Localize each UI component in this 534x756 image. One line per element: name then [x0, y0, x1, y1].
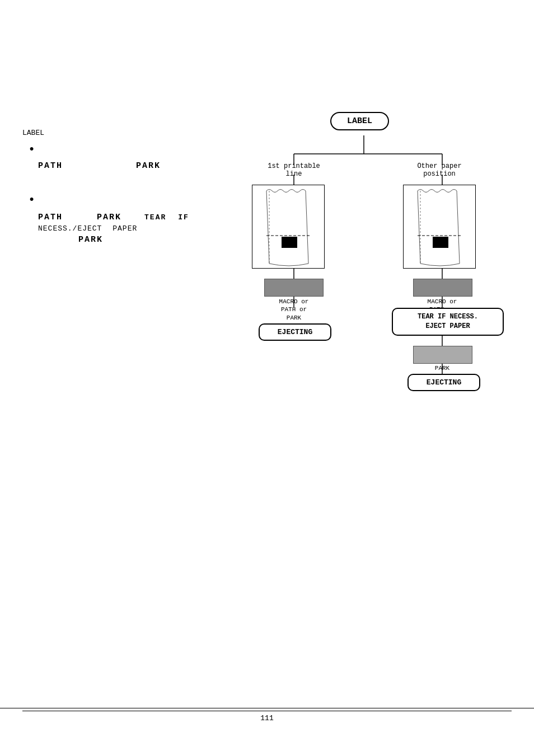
- path-park-line-2: PATH PARK TEAR IF: [38, 213, 235, 222]
- necess-line: NECESS./EJECT PAPER: [38, 224, 235, 233]
- ejecting-2-text: EJECTING: [427, 378, 461, 387]
- paper-box-1st: [252, 185, 325, 269]
- paper-label: PAPER: [113, 224, 137, 233]
- label-box: LABEL: [330, 112, 389, 130]
- branch-right-text: Other paper position: [417, 162, 461, 178]
- park-indicator-text: PARK: [414, 365, 470, 372]
- sub-label-1st: 1st printable line: [263, 162, 325, 178]
- bullet-1: •: [28, 143, 35, 157]
- park-label-2: PARK: [97, 213, 121, 222]
- macro-text-1: MACRO orPATH orPARK: [249, 298, 339, 322]
- park-text: PARK: [435, 365, 449, 372]
- ejecting-1-text: EJECTING: [278, 328, 312, 336]
- svg-rect-17: [433, 237, 448, 248]
- page-footer: 111: [0, 708, 534, 722]
- park-label-1: PARK: [136, 161, 161, 171]
- park-bottom-line: PARK: [78, 235, 235, 245]
- paper-visual-1: [252, 185, 325, 269]
- macro-indicator-1: [264, 279, 324, 297]
- paper-visual-2: [404, 185, 476, 269]
- label-heading: LABEL: [22, 129, 235, 137]
- necess-label: NECESS./EJECT: [38, 224, 102, 233]
- if-label: IF: [178, 213, 189, 222]
- svg-rect-14: [282, 237, 297, 248]
- path-label-2: PATH: [38, 213, 63, 222]
- sub-label-other: Other paper position: [403, 162, 476, 178]
- paper-box-other: [403, 185, 476, 269]
- path-park-line-1: PATH PARK: [38, 161, 235, 171]
- page-number: 111: [260, 714, 273, 722]
- label-box-text: LABEL: [347, 116, 372, 126]
- ejecting-box-2: EJECTING: [407, 374, 480, 391]
- left-text-area: LABEL • PATH PARK • PATH PARK TEAR IF NE…: [22, 129, 235, 245]
- tear-label: TEAR: [144, 213, 166, 222]
- tear-box-text: TEAR IF NECESS.EJECT PAPER: [418, 313, 478, 330]
- branch-left-text: 1st printable line: [268, 162, 320, 178]
- macro-indicator-2: [413, 279, 472, 297]
- bullet-2: •: [28, 193, 35, 207]
- path-label-1: PATH: [38, 161, 63, 171]
- tear-box: TEAR IF NECESS.EJECT PAPER: [392, 308, 504, 336]
- park-bottom-label: PARK: [78, 235, 103, 245]
- park-indicator-box: [413, 346, 472, 364]
- page-container: LABEL • PATH PARK • PATH PARK TEAR IF NE…: [0, 0, 534, 756]
- ejecting-box-1: EJECTING: [259, 323, 331, 341]
